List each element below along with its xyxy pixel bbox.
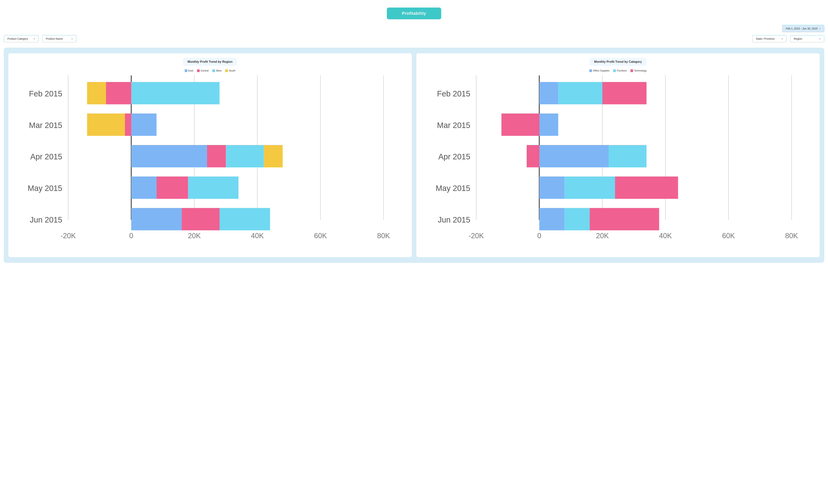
region-chart-panel: Monthly Profit Trend by Region East Cent…: [8, 53, 412, 257]
x-label-60k: 60K: [314, 232, 327, 240]
feb-central-bar: [106, 82, 131, 104]
product-name-dropdown[interactable]: Product Name ▾: [42, 35, 76, 42]
cat-mar-label: Mar 2015: [437, 121, 470, 130]
legend-west-dot: [212, 70, 215, 72]
apr-east-bar: [131, 145, 207, 167]
mar-central-bar: [125, 113, 131, 136]
cat-may-os-bar: [539, 177, 564, 199]
apr-label: Apr 2015: [30, 152, 62, 161]
legend-technology-label: Technology: [634, 69, 647, 72]
cat-feb-label: Feb 2015: [437, 89, 470, 98]
cat-may-tech-bar: [615, 177, 678, 199]
legend-east-label: East: [188, 69, 193, 72]
product-name-chevron-icon: ▾: [72, 38, 73, 40]
legend-west: West: [212, 69, 221, 72]
charts-section: Monthly Profit Trend by Region East Cent…: [4, 48, 824, 263]
cat-x-label-0: 0: [537, 232, 541, 240]
cat-may-label: May 2015: [436, 184, 470, 193]
cat-x-label-20k: 20K: [596, 232, 609, 240]
product-category-label: Product Category: [7, 37, 28, 40]
cat-jun-label: Jun 2015: [438, 215, 470, 224]
feb-label: Feb 2015: [29, 89, 62, 98]
legend-furniture-dot: [613, 70, 616, 72]
cat-jun-os-bar: [539, 208, 564, 230]
jun-central-bar: [182, 208, 219, 230]
legend-east: East: [185, 69, 193, 72]
may-label: May 2015: [28, 184, 62, 193]
legend-furniture: Furniture: [613, 69, 627, 72]
legend-west-label: West: [216, 69, 221, 72]
x-label-0: 0: [129, 232, 133, 240]
cat-jun-tech-bar: [590, 208, 659, 230]
filter-row: Product Category ▾ Product Name ▾ State …: [4, 35, 824, 42]
cat-mar-os-bar: [539, 113, 558, 136]
date-filter-label: Feb 1, 2015 - Jun 30, 2015: [786, 27, 818, 30]
legend-furniture-label: Furniture: [617, 69, 627, 72]
legend-technology: Technology: [630, 69, 647, 72]
region-chart-svg-container: Feb 2015 Mar 2015 Apr 2015 May 2015: [13, 76, 407, 253]
cat-x-label-minus20k: -20K: [468, 232, 484, 240]
cat-apr-tech-bar: [527, 145, 539, 167]
product-name-label: Product Name: [46, 37, 63, 40]
cat-feb-furn-bar: [558, 82, 602, 104]
mar-south-bar: [87, 113, 131, 136]
cat-x-label-80k: 80K: [785, 232, 798, 240]
cat-apr-furn-bar: [609, 145, 647, 167]
legend-central: Central: [197, 69, 209, 72]
legend-south-label: South: [229, 69, 235, 72]
cat-x-label-40k: 40K: [659, 232, 672, 240]
state-province-label: State / Province: [756, 37, 775, 40]
mar-east-bar: [131, 113, 156, 136]
region-label: Region: [794, 37, 802, 40]
category-chart-title-box: Monthly Profit Trend by Category: [589, 58, 646, 66]
cat-feb-tech-bar: [602, 82, 646, 104]
apr-central-bar: [207, 145, 226, 167]
category-chart-title: Monthly Profit Trend by Category: [594, 60, 642, 63]
region-dropdown[interactable]: Region ▾: [790, 35, 824, 42]
state-province-dropdown[interactable]: State / Province ▾: [752, 35, 786, 42]
cat-jun-furn-bar: [564, 208, 589, 230]
mar-label: Mar 2015: [29, 121, 62, 130]
x-label-minus20k: -20K: [60, 232, 76, 240]
cat-apr-label: Apr 2015: [438, 152, 470, 161]
legend-office-supplies: Office Supplies: [589, 69, 610, 72]
x-label-20k: 20K: [188, 232, 201, 240]
region-chevron-icon: ▾: [820, 38, 821, 40]
legend-office-supplies-label: Office Supplies: [593, 69, 610, 72]
legend-office-supplies-dot: [589, 70, 592, 72]
legend-east-dot: [185, 70, 188, 72]
category-chart-panel: Monthly Profit Trend by Category Office …: [416, 53, 820, 257]
jun-east-bar: [131, 208, 182, 230]
category-chart-title-centered: Monthly Profit Trend by Category: [421, 58, 815, 69]
jun-label: Jun 2015: [30, 215, 62, 224]
page-title: Profitability: [387, 8, 441, 19]
date-filter-dropdown[interactable]: Feb 1, 2015 - Jun 30, 2015 ▾: [782, 25, 824, 32]
legend-technology-dot: [630, 70, 633, 72]
cat-feb-os-bar: [539, 82, 558, 104]
region-chart-title-box: Monthly Profit Trend by Region: [183, 58, 237, 66]
date-filter-row: Feb 1, 2015 - Jun 30, 2015 ▾: [4, 25, 824, 32]
region-chart-legend: East Central West South: [13, 69, 407, 72]
cat-mar-furn-bar: [501, 113, 539, 136]
apr-west-bar: [226, 145, 264, 167]
date-chevron-icon: ▾: [820, 28, 821, 30]
may-west-bar: [188, 177, 239, 199]
page-title-wrap: Profitability: [4, 8, 824, 19]
may-east-bar: [131, 177, 156, 199]
region-chart-svg: Feb 2015 Mar 2015 Apr 2015 May 2015: [26, 76, 407, 246]
region-chart-title: Monthly Profit Trend by Region: [188, 60, 233, 63]
legend-south: South: [225, 69, 235, 72]
category-chart-svg-container: Feb 2015 Mar 2015 Apr 2015 May 2015: [421, 76, 815, 253]
state-province-chevron-icon: ▾: [782, 38, 783, 40]
product-category-dropdown[interactable]: Product Category ▾: [4, 35, 38, 42]
apr-south-bar: [264, 145, 283, 167]
product-category-chevron-icon: ▾: [34, 38, 35, 40]
region-chart-title-centered: Monthly Profit Trend by Region: [13, 58, 407, 69]
category-chart-legend: Office Supplies Furniture Technology: [421, 69, 815, 72]
legend-central-label: Central: [201, 69, 209, 72]
cat-may-furn-bar: [564, 177, 615, 199]
category-chart-svg: Feb 2015 Mar 2015 Apr 2015 May 2015: [434, 76, 815, 246]
x-label-40k: 40K: [251, 232, 264, 240]
feb-west-bar: [131, 82, 219, 104]
jun-west-bar: [219, 208, 270, 230]
